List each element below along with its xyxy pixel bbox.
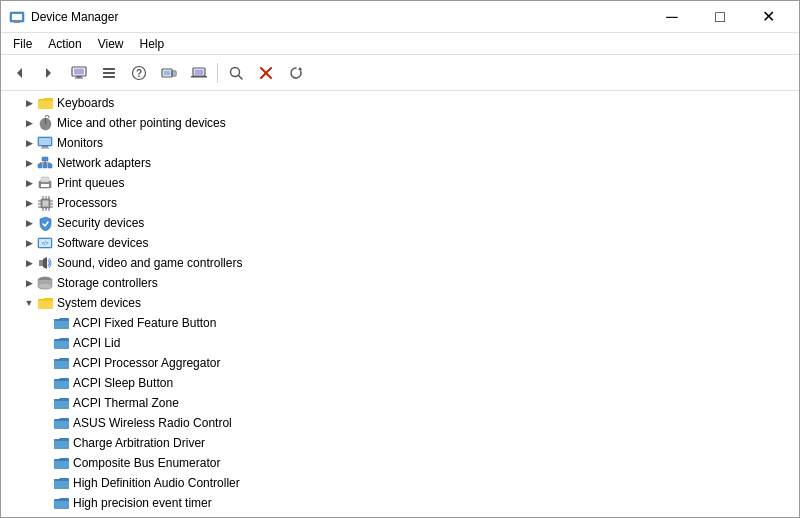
expand-processors[interactable]: ▶	[21, 195, 37, 211]
main-area: ▶ Keyboards ▶	[1, 91, 799, 517]
acpi-fixed-icon	[53, 315, 69, 331]
list-item[interactable]: ▶ High precision event timer	[1, 493, 799, 513]
back-button[interactable]	[5, 59, 33, 87]
composite-label: Composite Bus Enumerator	[73, 456, 220, 470]
processors-label: Processors	[57, 196, 117, 210]
svg-rect-40	[41, 184, 49, 187]
system-icon	[37, 295, 53, 311]
acpi-thermal-label: ACPI Thermal Zone	[73, 396, 179, 410]
list-item[interactable]: ▶ </> Software devices	[1, 233, 799, 253]
svg-text:</>: </>	[41, 240, 48, 246]
expand-sound[interactable]: ▶	[21, 255, 37, 271]
acpi-proc-icon	[53, 355, 69, 371]
svg-rect-5	[77, 76, 82, 78]
expand-keyboards[interactable]: ▶	[21, 95, 37, 111]
svg-rect-59	[39, 260, 43, 266]
list-item[interactable]: ▶ Keyboards	[1, 93, 799, 113]
svg-line-20	[239, 75, 243, 79]
acpi-sleep-icon	[53, 375, 69, 391]
menu-help[interactable]: Help	[132, 35, 173, 53]
acpi-lid-icon	[53, 335, 69, 351]
list-item[interactable]: ▶ ACPI Processor Aggregator	[1, 353, 799, 373]
svg-rect-30	[42, 157, 48, 161]
print-icon	[37, 175, 53, 191]
minimize-button[interactable]: ─	[649, 1, 695, 33]
svg-rect-39	[41, 177, 49, 182]
list-item[interactable]: ▶ ACPI Fixed Feature Button	[1, 313, 799, 333]
list-item[interactable]: ▶ Composite Bus Enumerator	[1, 453, 799, 473]
system-label: System devices	[57, 296, 141, 310]
list-item[interactable]: ▶ Mice and other pointing devices	[1, 113, 799, 133]
expand-software[interactable]: ▶	[21, 235, 37, 251]
device-manager-window: Device Manager ─ □ ✕ File Action View He…	[0, 0, 800, 518]
sound-label: Sound, video and game controllers	[57, 256, 242, 270]
security-icon	[37, 215, 53, 231]
svg-rect-1	[12, 14, 22, 20]
device-icon-button[interactable]	[155, 59, 183, 87]
list-item[interactable]: ▶ ASUS Wireless Radio Control	[1, 413, 799, 433]
high-prec-icon	[53, 495, 69, 511]
high-prec-label: High precision event timer	[73, 496, 212, 510]
list-item[interactable]: ▶ Print queues	[1, 173, 799, 193]
laptop-button[interactable]	[185, 59, 213, 87]
intel-lpc-icon	[53, 515, 69, 517]
app-icon	[9, 9, 25, 25]
list-item[interactable]: ▶ Monitors	[1, 133, 799, 153]
svg-rect-41	[47, 182, 49, 183]
storage-icon	[37, 275, 53, 291]
acpi-sleep-label: ACPI Sleep Button	[73, 376, 173, 390]
help-button[interactable]: ?	[125, 59, 153, 87]
expand-system[interactable]: ▼	[21, 295, 37, 311]
svg-rect-15	[173, 72, 175, 75]
asus-wireless-icon	[53, 415, 69, 431]
processors-icon	[37, 195, 53, 211]
computer-view-button[interactable]	[65, 59, 93, 87]
list-item[interactable]: ▶ Security devices	[1, 213, 799, 233]
close-button[interactable]: ✕	[745, 1, 791, 33]
storage-label: Storage controllers	[57, 276, 158, 290]
list-item[interactable]: ▶ Storage controllers	[1, 273, 799, 293]
scan-button[interactable]	[222, 59, 250, 87]
window-controls: ─ □ ✕	[649, 1, 791, 33]
mice-icon	[37, 115, 53, 131]
menu-file[interactable]: File	[5, 35, 40, 53]
svg-rect-8	[103, 72, 115, 74]
maximize-button[interactable]: □	[697, 1, 743, 33]
svg-rect-13	[164, 70, 171, 75]
svg-text:?: ?	[136, 68, 142, 79]
expand-mice[interactable]: ▶	[21, 115, 37, 131]
expand-network[interactable]: ▶	[21, 155, 37, 171]
svg-rect-2	[14, 21, 20, 23]
refresh-button[interactable]	[282, 59, 310, 87]
list-item[interactable]: ▶ Network adapters	[1, 153, 799, 173]
security-label: Security devices	[57, 216, 144, 230]
print-label: Print queues	[57, 176, 124, 190]
svg-marker-23	[298, 67, 302, 70]
keyboards-label: Keyboards	[57, 96, 114, 110]
device-tree[interactable]: ▶ Keyboards ▶	[1, 91, 799, 517]
menu-action[interactable]: Action	[40, 35, 89, 53]
toolbar: ?	[1, 55, 799, 91]
svg-rect-4	[74, 68, 84, 74]
expand-security[interactable]: ▶	[21, 215, 37, 231]
software-label: Software devices	[57, 236, 148, 250]
list-item[interactable]: ▼ System devices	[1, 293, 799, 313]
forward-button[interactable]	[35, 59, 63, 87]
expand-storage[interactable]: ▶	[21, 275, 37, 291]
list-view-button[interactable]	[95, 59, 123, 87]
list-item[interactable]: ▶ Charge Arbitration Driver	[1, 433, 799, 453]
list-item[interactable]: ▶ High Definition Audio Controller	[1, 473, 799, 493]
list-item[interactable]: ▶ ACPI Thermal Zone	[1, 393, 799, 413]
list-item[interactable]: ▶ ACPI Lid	[1, 333, 799, 353]
list-item[interactable]: ▶ Sound, video and game controllers	[1, 253, 799, 273]
charge-arb-icon	[53, 435, 69, 451]
remove-button[interactable]	[252, 59, 280, 87]
list-item[interactable]: ▶ Intel(R) 100 Series Chipset Family LPC…	[1, 513, 799, 517]
list-item[interactable]: ▶ ACPI Sleep Button	[1, 373, 799, 393]
list-item[interactable]: ▶	[1, 193, 799, 213]
svg-rect-32	[43, 164, 47, 168]
expand-monitors[interactable]: ▶	[21, 135, 37, 151]
menu-view[interactable]: View	[90, 35, 132, 53]
expand-print[interactable]: ▶	[21, 175, 37, 191]
svg-rect-18	[191, 76, 207, 78]
